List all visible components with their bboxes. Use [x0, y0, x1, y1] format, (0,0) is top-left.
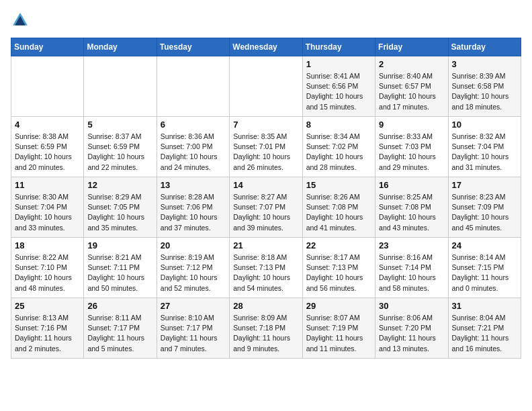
day-number: 26 — [87, 301, 152, 311]
calendar-cell: 28Sunrise: 8:09 AMSunset: 7:18 PMDayligh… — [230, 298, 302, 359]
day-info: Sunrise: 8:26 AMSunset: 7:08 PMDaylight:… — [306, 192, 371, 233]
calendar-cell: 3Sunrise: 8:39 AMSunset: 6:58 PMDaylight… — [448, 56, 521, 117]
day-number: 31 — [452, 301, 517, 311]
calendar-table: SundayMondayTuesdayWednesdayThursdayFrid… — [11, 38, 521, 359]
day-number: 11 — [15, 180, 80, 190]
calendar-cell: 6Sunrise: 8:36 AMSunset: 7:00 PMDaylight… — [157, 117, 229, 177]
day-number: 12 — [87, 180, 152, 190]
day-info: Sunrise: 8:28 AMSunset: 7:06 PMDaylight:… — [161, 192, 226, 233]
day-info: Sunrise: 8:41 AMSunset: 6:56 PMDaylight:… — [306, 71, 371, 112]
day-number: 7 — [233, 120, 298, 130]
weekday-header-row: SundayMondayTuesdayWednesdayThursdayFrid… — [11, 38, 521, 56]
day-info: Sunrise: 8:39 AMSunset: 6:58 PMDaylight:… — [452, 71, 517, 112]
day-info: Sunrise: 8:33 AMSunset: 7:03 PMDaylight:… — [379, 132, 444, 173]
calendar-cell: 15Sunrise: 8:26 AMSunset: 7:08 PMDayligh… — [302, 177, 375, 238]
calendar-cell: 13Sunrise: 8:28 AMSunset: 7:06 PMDayligh… — [157, 177, 229, 238]
weekday-header-saturday: Saturday — [448, 38, 521, 56]
calendar-cell: 24Sunrise: 8:14 AMSunset: 7:15 PMDayligh… — [448, 238, 521, 298]
weekday-header-friday: Friday — [375, 38, 448, 56]
calendar-cell: 21Sunrise: 8:18 AMSunset: 7:13 PMDayligh… — [230, 238, 302, 298]
day-number: 16 — [379, 180, 444, 190]
day-number: 23 — [379, 240, 444, 250]
calendar-cell — [157, 56, 229, 117]
day-info: Sunrise: 8:27 AMSunset: 7:07 PMDaylight:… — [233, 192, 298, 233]
logo-icon — [11, 11, 30, 30]
day-info: Sunrise: 8:18 AMSunset: 7:13 PMDaylight:… — [233, 253, 298, 293]
calendar-week-4: 18Sunrise: 8:22 AMSunset: 7:10 PMDayligh… — [11, 238, 521, 298]
calendar-cell: 17Sunrise: 8:23 AMSunset: 7:09 PMDayligh… — [448, 177, 521, 238]
day-number: 9 — [379, 120, 444, 130]
calendar-cell: 12Sunrise: 8:29 AMSunset: 7:05 PMDayligh… — [84, 177, 157, 238]
calendar-cell — [11, 56, 84, 117]
calendar-cell: 25Sunrise: 8:13 AMSunset: 7:16 PMDayligh… — [11, 298, 84, 359]
day-info: Sunrise: 8:10 AMSunset: 7:17 PMDaylight:… — [161, 313, 226, 354]
day-number: 25 — [15, 301, 80, 311]
day-number: 5 — [87, 120, 152, 130]
calendar-cell: 14Sunrise: 8:27 AMSunset: 7:07 PMDayligh… — [230, 177, 302, 238]
day-number: 14 — [233, 180, 298, 190]
calendar-cell: 16Sunrise: 8:25 AMSunset: 7:08 PMDayligh… — [375, 177, 448, 238]
day-info: Sunrise: 8:22 AMSunset: 7:10 PMDaylight:… — [15, 253, 80, 293]
day-info: Sunrise: 8:14 AMSunset: 7:15 PMDaylight:… — [452, 253, 517, 293]
calendar-cell: 26Sunrise: 8:11 AMSunset: 7:17 PMDayligh… — [84, 298, 157, 359]
calendar-cell: 19Sunrise: 8:21 AMSunset: 7:11 PMDayligh… — [84, 238, 157, 298]
weekday-header-monday: Monday — [84, 38, 157, 56]
calendar-cell: 29Sunrise: 8:07 AMSunset: 7:19 PMDayligh… — [302, 298, 375, 359]
day-number: 3 — [452, 59, 517, 69]
day-number: 29 — [306, 301, 371, 311]
day-number: 21 — [233, 240, 298, 250]
calendar-cell: 1Sunrise: 8:41 AMSunset: 6:56 PMDaylight… — [302, 56, 375, 117]
logo — [11, 11, 32, 30]
day-info: Sunrise: 8:37 AMSunset: 6:59 PMDaylight:… — [87, 132, 152, 173]
day-number: 19 — [87, 240, 152, 250]
calendar-cell: 30Sunrise: 8:06 AMSunset: 7:20 PMDayligh… — [375, 298, 448, 359]
day-number: 22 — [306, 240, 371, 250]
day-info: Sunrise: 8:38 AMSunset: 6:59 PMDaylight:… — [15, 132, 80, 173]
day-number: 8 — [306, 120, 371, 130]
calendar-cell: 10Sunrise: 8:32 AMSunset: 7:04 PMDayligh… — [448, 117, 521, 177]
calendar-week-2: 4Sunrise: 8:38 AMSunset: 6:59 PMDaylight… — [11, 117, 521, 177]
day-info: Sunrise: 8:09 AMSunset: 7:18 PMDaylight:… — [233, 313, 298, 354]
weekday-header-sunday: Sunday — [11, 38, 84, 56]
weekday-header-wednesday: Wednesday — [230, 38, 302, 56]
day-info: Sunrise: 8:40 AMSunset: 6:57 PMDaylight:… — [379, 71, 444, 112]
day-number: 15 — [306, 180, 371, 190]
day-number: 2 — [379, 59, 444, 69]
weekday-header-tuesday: Tuesday — [157, 38, 229, 56]
calendar-cell: 7Sunrise: 8:35 AMSunset: 7:01 PMDaylight… — [230, 117, 302, 177]
calendar-cell: 2Sunrise: 8:40 AMSunset: 6:57 PMDaylight… — [375, 56, 448, 117]
day-info: Sunrise: 8:07 AMSunset: 7:19 PMDaylight:… — [306, 313, 371, 354]
day-number: 13 — [161, 180, 226, 190]
day-info: Sunrise: 8:16 AMSunset: 7:14 PMDaylight:… — [379, 253, 444, 293]
page-header — [11, 11, 521, 30]
calendar-cell: 9Sunrise: 8:33 AMSunset: 7:03 PMDaylight… — [375, 117, 448, 177]
day-number: 27 — [161, 301, 226, 311]
calendar-cell: 23Sunrise: 8:16 AMSunset: 7:14 PMDayligh… — [375, 238, 448, 298]
day-number: 30 — [379, 301, 444, 311]
day-info: Sunrise: 8:36 AMSunset: 7:00 PMDaylight:… — [161, 132, 226, 173]
calendar-cell: 8Sunrise: 8:34 AMSunset: 7:02 PMDaylight… — [302, 117, 375, 177]
weekday-header-thursday: Thursday — [302, 38, 375, 56]
day-info: Sunrise: 8:13 AMSunset: 7:16 PMDaylight:… — [15, 313, 80, 354]
calendar-week-1: 1Sunrise: 8:41 AMSunset: 6:56 PMDaylight… — [11, 56, 521, 117]
day-number: 28 — [233, 301, 298, 311]
calendar-cell: 11Sunrise: 8:30 AMSunset: 7:04 PMDayligh… — [11, 177, 84, 238]
day-number: 10 — [452, 120, 517, 130]
day-info: Sunrise: 8:25 AMSunset: 7:08 PMDaylight:… — [379, 192, 444, 233]
calendar-cell: 22Sunrise: 8:17 AMSunset: 7:13 PMDayligh… — [302, 238, 375, 298]
calendar-cell — [84, 56, 157, 117]
calendar-cell: 18Sunrise: 8:22 AMSunset: 7:10 PMDayligh… — [11, 238, 84, 298]
calendar-cell — [230, 56, 302, 117]
day-info: Sunrise: 8:30 AMSunset: 7:04 PMDaylight:… — [15, 192, 80, 233]
day-number: 1 — [306, 59, 371, 69]
day-number: 24 — [452, 240, 517, 250]
day-number: 4 — [15, 120, 80, 130]
day-info: Sunrise: 8:32 AMSunset: 7:04 PMDaylight:… — [452, 132, 517, 173]
calendar-cell: 4Sunrise: 8:38 AMSunset: 6:59 PMDaylight… — [11, 117, 84, 177]
day-info: Sunrise: 8:06 AMSunset: 7:20 PMDaylight:… — [379, 313, 444, 354]
day-info: Sunrise: 8:21 AMSunset: 7:11 PMDaylight:… — [87, 253, 152, 293]
calendar-cell: 31Sunrise: 8:04 AMSunset: 7:21 PMDayligh… — [448, 298, 521, 359]
day-number: 20 — [161, 240, 226, 250]
day-info: Sunrise: 8:17 AMSunset: 7:13 PMDaylight:… — [306, 253, 371, 293]
day-info: Sunrise: 8:29 AMSunset: 7:05 PMDaylight:… — [87, 192, 152, 233]
